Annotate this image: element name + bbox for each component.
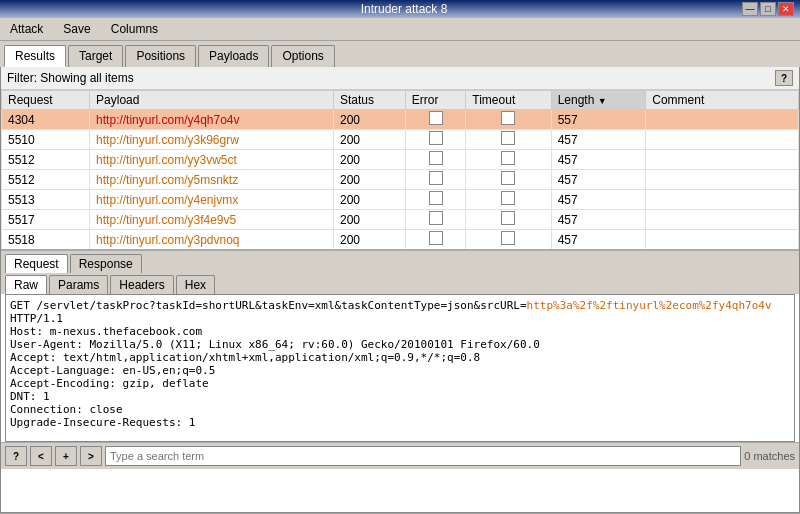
request-line-7: DNT: 1 bbox=[10, 390, 790, 403]
cell-request-id: 5513 bbox=[2, 190, 90, 210]
tab-target[interactable]: Target bbox=[68, 45, 123, 67]
request-line-2: Host: m-nexus.thefacebook.com bbox=[10, 325, 790, 338]
col-comment[interactable]: Comment bbox=[646, 91, 799, 110]
next-button[interactable]: > bbox=[80, 446, 102, 466]
cell-request-id: 5512 bbox=[2, 170, 90, 190]
tab-payloads[interactable]: Payloads bbox=[198, 45, 269, 67]
cell-payload: http://tinyurl.com/yxemaufm bbox=[90, 250, 334, 251]
request-line-5: Accept-Language: en-US,en;q=0.5 bbox=[10, 364, 790, 377]
col-request[interactable]: Request bbox=[2, 91, 90, 110]
cell-timeout bbox=[466, 150, 551, 170]
cell-error-checkbox bbox=[429, 111, 443, 125]
filter-help-button[interactable]: ? bbox=[775, 70, 793, 86]
request-line-8: Connection: close bbox=[10, 403, 790, 416]
cell-timeout-checkbox bbox=[501, 151, 515, 165]
window-controls[interactable]: — □ ✕ bbox=[742, 2, 794, 16]
request-path-pre: GET /servlet/taskProc?taskId=shortURL&ta… bbox=[10, 299, 527, 312]
cell-length: 457 bbox=[551, 190, 646, 210]
cell-error bbox=[405, 210, 466, 230]
cell-error bbox=[405, 110, 466, 130]
table-row[interactable]: 5518http://tinyurl.com/y3pdvnoq200457 bbox=[2, 230, 799, 250]
col-error[interactable]: Error bbox=[405, 91, 466, 110]
cell-timeout bbox=[466, 230, 551, 250]
cell-status: 200 bbox=[333, 150, 405, 170]
cell-error-checkbox bbox=[429, 231, 443, 245]
cell-request-id: 5510 bbox=[2, 130, 90, 150]
col-length[interactable]: Length ▼ bbox=[551, 91, 646, 110]
cell-payload: http://tinyurl.com/y3k96grw bbox=[90, 130, 334, 150]
cell-status: 200 bbox=[333, 110, 405, 130]
cell-request-id: 5512 bbox=[2, 150, 90, 170]
table-row[interactable]: 5513http://tinyurl.com/y4enjvmx200457 bbox=[2, 190, 799, 210]
cell-comment bbox=[646, 130, 799, 150]
results-content: Filter: Showing all items ? Request Payl… bbox=[0, 67, 800, 513]
cell-comment bbox=[646, 110, 799, 130]
match-count: 0 matches bbox=[744, 450, 795, 462]
table-row[interactable]: 5510http://tinyurl.com/y3k96grw200457 bbox=[2, 130, 799, 150]
cell-timeout-checkbox bbox=[501, 231, 515, 245]
cell-error-checkbox bbox=[429, 151, 443, 165]
request-line-4: Accept: text/html,application/xhtml+xml,… bbox=[10, 351, 790, 364]
request-line-9: Upgrade-Insecure-Requests: 1 bbox=[10, 416, 790, 429]
help-button[interactable]: ? bbox=[5, 446, 27, 466]
col-payload[interactable]: Payload bbox=[90, 91, 334, 110]
table-row[interactable]: 5512http://tinyurl.com/yy3vw5ct200457 bbox=[2, 150, 799, 170]
tab-positions[interactable]: Positions bbox=[125, 45, 196, 67]
tab-params[interactable]: Params bbox=[49, 275, 108, 294]
cell-length: 457 bbox=[551, 130, 646, 150]
cell-error bbox=[405, 130, 466, 150]
cell-error bbox=[405, 150, 466, 170]
cell-error bbox=[405, 230, 466, 250]
maximize-button[interactable]: □ bbox=[760, 2, 776, 16]
col-status[interactable]: Status bbox=[333, 91, 405, 110]
tab-request[interactable]: Request bbox=[5, 254, 68, 273]
tab-options[interactable]: Options bbox=[271, 45, 334, 67]
tab-response[interactable]: Response bbox=[70, 254, 142, 273]
menu-attack[interactable]: Attack bbox=[4, 20, 49, 38]
request-line-6: Accept-Encoding: gzip, deflate bbox=[10, 377, 790, 390]
cell-timeout bbox=[466, 170, 551, 190]
table-row[interactable]: 5512http://tinyurl.com/y5msnktz200457 bbox=[2, 170, 799, 190]
table-row[interactable]: 5517http://tinyurl.com/y3f4e9v5200457 bbox=[2, 210, 799, 230]
cell-error bbox=[405, 190, 466, 210]
close-button[interactable]: ✕ bbox=[778, 2, 794, 16]
tab-headers[interactable]: Headers bbox=[110, 275, 173, 294]
cell-error-checkbox bbox=[429, 191, 443, 205]
tab-raw[interactable]: Raw bbox=[5, 275, 47, 294]
request-line-1: GET /servlet/taskProc?taskId=shortURL&ta… bbox=[10, 299, 790, 325]
cell-error bbox=[405, 250, 466, 251]
table-scroll[interactable]: Request Payload Status Error Timeout Len… bbox=[1, 90, 799, 250]
col-timeout[interactable]: Timeout bbox=[466, 91, 551, 110]
cell-length: 457 bbox=[551, 210, 646, 230]
cell-length: 457 bbox=[551, 250, 646, 251]
menu-bar: Attack Save Columns bbox=[0, 18, 800, 41]
tab-results[interactable]: Results bbox=[4, 45, 66, 67]
search-input[interactable] bbox=[105, 446, 741, 466]
window-title: Intruder attack 8 bbox=[66, 2, 742, 16]
request-content: GET /servlet/taskProc?taskId=shortURL&ta… bbox=[5, 294, 795, 442]
cell-comment bbox=[646, 190, 799, 210]
request-line-3: User-Agent: Mozilla/5.0 (X11; Linux x86_… bbox=[10, 338, 790, 351]
cell-request-id: 4304 bbox=[2, 110, 90, 130]
menu-columns[interactable]: Columns bbox=[105, 20, 164, 38]
cell-payload: http://tinyurl.com/y4enjvmx bbox=[90, 190, 334, 210]
minimize-button[interactable]: — bbox=[742, 2, 758, 16]
cell-timeout bbox=[466, 210, 551, 230]
tab-hex[interactable]: Hex bbox=[176, 275, 215, 294]
table-row[interactable]: 5519http://tinyurl.com/yxemaufm200457 bbox=[2, 250, 799, 251]
bottom-toolbar: ? < + > 0 matches bbox=[1, 442, 799, 469]
cell-status: 200 bbox=[333, 170, 405, 190]
table-row[interactable]: 4304http://tinyurl.com/y4qh7o4v200557 bbox=[2, 110, 799, 130]
prev-button[interactable]: < bbox=[30, 446, 52, 466]
add-button[interactable]: + bbox=[55, 446, 77, 466]
results-table: Request Payload Status Error Timeout Len… bbox=[1, 90, 799, 250]
cell-error-checkbox bbox=[429, 131, 443, 145]
cell-length: 457 bbox=[551, 150, 646, 170]
cell-status: 200 bbox=[333, 210, 405, 230]
menu-save[interactable]: Save bbox=[57, 20, 96, 38]
main-container: Results Target Positions Payloads Option… bbox=[0, 41, 800, 513]
bottom-section: Request Response Raw Params Headers Hex … bbox=[1, 250, 799, 512]
results-table-container: Request Payload Status Error Timeout Len… bbox=[1, 90, 799, 250]
cell-timeout-checkbox bbox=[501, 211, 515, 225]
raw-tabs-bar: Raw Params Headers Hex bbox=[1, 273, 799, 294]
